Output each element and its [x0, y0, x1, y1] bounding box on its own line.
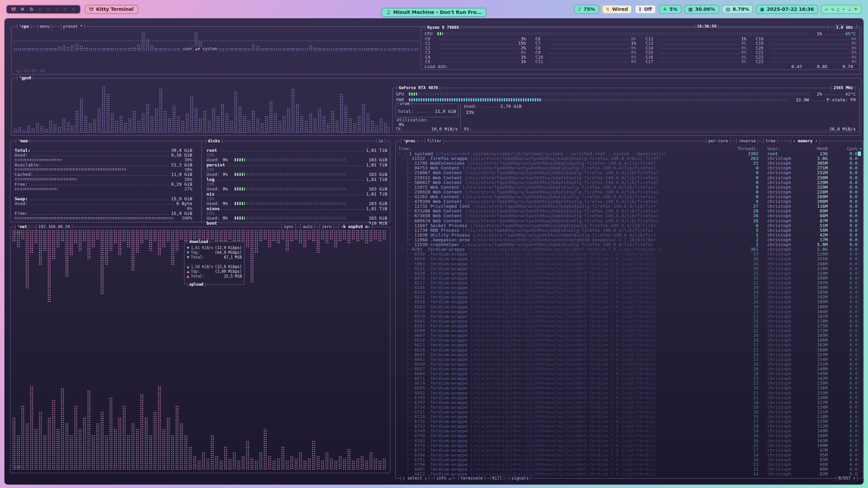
- process-row[interactable]: ├─ 41363 Web Content (/nix/store/fqadd0b…: [398, 195, 854, 199]
- module-cpu-load[interactable]: ♣5%: [659, 5, 682, 14]
- proc-action-signals[interactable]: signals: [510, 476, 531, 481]
- process-row[interactable]: ├─ 6585 .ferdium-wrappe (/nix/store/a1pj…: [398, 319, 854, 324]
- process-row[interactable]: ├─ 479390 Web Content (/nix/store/fqadd0…: [398, 199, 854, 204]
- process-row[interactable]: ├─ 6678 .ferdium-wrappe (/nix/store/a1pj…: [398, 381, 854, 386]
- process-row[interactable]: ├─ 94753 Web Content (/nix/store/fqadd0b…: [398, 166, 854, 170]
- process-row[interactable]: ├─ 6707 .ferdium-wrappe (/nix/store/a1pj…: [398, 400, 854, 405]
- process-row[interactable]: └─ 11539 crashhelper (/nix/store/fqadd0b…: [398, 242, 854, 247]
- process-row[interactable]: ├─ 6599 .ferdium-wrappe (/nix/store/a1pj…: [398, 328, 854, 333]
- process-row[interactable]: ├─ 218067 Web Content (/nix/store/fqadd0…: [398, 170, 854, 175]
- process-row[interactable]: ├─ 6742 .ferdium-wrappe (/nix/store/a1pj…: [398, 424, 854, 429]
- process-row[interactable]: ├─ 6749 .ferdium-wrappe (/nix/store/a1pj…: [398, 429, 854, 433]
- process-row[interactable]: ├─ 11972 Web Content (/nix/store/fqadd0b…: [398, 185, 854, 190]
- check-icon[interactable]: ✔: [825, 7, 829, 12]
- process-row[interactable]: ├─ 6563 .ferdium-wrappe (/nix/store/a1pj…: [398, 305, 854, 309]
- net-auto-toggle[interactable]: auto: [301, 224, 315, 229]
- workspace-square-icon[interactable]: ▫: [72, 7, 75, 12]
- refresh-icon[interactable]: ↻: [29, 7, 34, 12]
- module-bluetooth[interactable]: ᛒOff: [635, 5, 656, 14]
- wave-icon[interactable]: ∿: [831, 7, 834, 12]
- process-row[interactable]: ├─ 6756 .ferdium-wrappe (/nix/store/a1pj…: [398, 433, 854, 438]
- process-row[interactable]: ├─ 6551 .ferdium-wrappe (/nix/store/a1pj…: [398, 295, 854, 300]
- process-row[interactable]: ├─ 6511 .ferdium-wrappe (/nix/store/a1pj…: [398, 266, 854, 271]
- net-interface-switcher[interactable]: ‹b enp8s0 n›: [339, 224, 372, 229]
- module-network-wired[interactable]: ↯Wired: [602, 5, 632, 14]
- workspace-square-icon[interactable]: ▫: [64, 7, 67, 12]
- media-player[interactable]: ♫ Minuit Machine – Don't Run Fro...: [381, 8, 487, 17]
- process-row[interactable]: ├─ 5983 .ferdium-wrappe (/nix/store/a1pj…: [398, 262, 854, 266]
- process-row[interactable]: ├─ 6628 .ferdium-wrappe (/nix/store/a1pj…: [398, 348, 854, 352]
- module-memory[interactable]: ▦30.06%: [684, 5, 719, 14]
- process-row[interactable]: ├─ 6592 .ferdium-wrappe (/nix/store/a1pj…: [398, 324, 854, 328]
- proc-scrollbar-thumb[interactable]: [858, 151, 861, 156]
- workspace-square-icon[interactable]: ▫: [55, 7, 59, 12]
- process-row[interactable]: ├─ 6657 .ferdium-wrappe (/nix/store/a1pj…: [398, 367, 854, 371]
- process-row[interactable]: ├─ 6642 .ferdium-wrappe (/nix/store/a1pj…: [398, 357, 854, 362]
- module-disk[interactable]: ▤8.79%: [722, 5, 753, 14]
- process-row[interactable]: ├─ 6685 .ferdium-wrappe (/nix/store/a1pj…: [398, 386, 854, 390]
- proc-panel-title[interactable]: ⁴proc: [401, 139, 417, 144]
- proc-action-terminate[interactable]: terminate: [459, 476, 485, 481]
- clipboard-icon[interactable]: ▯: [837, 7, 839, 12]
- preset-button[interactable]: preset *: [61, 24, 85, 29]
- net-sync-toggle[interactable]: sync: [282, 224, 296, 229]
- proc-action-select[interactable]: ↑ select ↓: [400, 476, 429, 481]
- nix-snowflake-icon[interactable]: ❄: [21, 7, 25, 12]
- proc-tree-toggle[interactable]: tree: [764, 139, 777, 144]
- process-row[interactable]: ├─ 6543 .ferdium-wrappe (/nix/store/a1pj…: [398, 290, 854, 295]
- process-row[interactable]: ├─ 6558 .ferdium-wrappe (/nix/store/a1pj…: [398, 300, 854, 304]
- menu-button[interactable]: menu: [38, 24, 52, 29]
- mem-panel-title[interactable]: ²mem: [16, 139, 30, 144]
- workspace-square-icon[interactable]: ▫: [39, 7, 42, 12]
- key-icon[interactable]: ✦: [842, 7, 846, 12]
- proc-reverse-toggle[interactable]: reverse: [736, 139, 758, 144]
- process-row[interactable]: ├─ 6517 .ferdium-wrappe (/nix/store/a1pj…: [398, 281, 854, 285]
- process-row[interactable]: ├─ 6700 .ferdium-wrappe (/nix/store/a1pj…: [398, 395, 854, 400]
- net-zero-toggle[interactable]: zero: [320, 224, 334, 229]
- gpu-panel-title[interactable]: ⁵gpu0: [17, 76, 33, 81]
- net-panel-title[interactable]: ³net: [15, 224, 29, 229]
- process-row[interactable]: ├─ 6692 .ferdium-wrappe (/nix/store/a1pj…: [398, 391, 854, 395]
- process-row[interactable]: ├─ 6350 .ferdium-wrappe (/nix/store/a1pj…: [398, 252, 854, 257]
- process-row[interactable]: ├─ 6635 .ferdium-wrappe (/nix/store/a1pj…: [398, 352, 854, 357]
- disks-panel-title[interactable]: disks: [206, 139, 222, 144]
- proc-action-kill[interactable]: Kill: [490, 476, 504, 481]
- process-row[interactable]: ├─ 6714 .ferdium-wrappe (/nix/store/a1pj…: [398, 405, 854, 410]
- process-row[interactable]: ├─ 11732 Privileged Cont (/nix/store/fqa…: [398, 204, 854, 209]
- process-row[interactable]: ├─ 6649 .ferdium-wrappe (/nix/store/a1pj…: [398, 362, 854, 367]
- process-row[interactable]: ├─ 6791 .ferdium-wrappe (/nix/store/a1pj…: [398, 458, 854, 462]
- process-row[interactable]: ├─ 6770 .ferdium-wrappe (/nix/store/a1pj…: [398, 443, 854, 448]
- download-icon[interactable]: ⇣: [848, 7, 851, 12]
- process-row[interactable]: ├─ 11968 .keepassxc-prox (/nix/store/bsl…: [398, 238, 854, 242]
- process-row[interactable]: ├─ 6784 .ferdium-wrappe (/nix/store/a1pj…: [398, 453, 854, 458]
- process-row[interactable]: ├─ 6721 .ferdium-wrappe (/nix/store/a1pj…: [398, 410, 854, 414]
- process-row[interactable]: [-]─4783 .ferdium-wrappe (/nix/store/a1p…: [398, 247, 854, 252]
- proc-action-info[interactable]: info ↵: [434, 476, 453, 481]
- process-row[interactable]: ├─ 689674 Web Content (/nix/store/fqadd0…: [398, 219, 854, 223]
- process-row[interactable]: ├─ 6570 .ferdium-wrappe (/nix/store/a1pj…: [398, 309, 854, 314]
- process-row[interactable]: ├─ 6805 .ferdium-wrappe (/nix/store/a1pj…: [398, 467, 854, 472]
- process-row[interactable]: ├─ 6520 .ferdium-wrappe (/nix/store/a1pj…: [398, 271, 854, 276]
- module-volume[interactable]: ♪75%: [574, 5, 599, 14]
- cpu-panel-title[interactable]: ¹cpu: [17, 24, 31, 29]
- process-row[interactable]: ├─ 11607 Socket Process (/nix/store/fqad…: [398, 223, 854, 228]
- process-row[interactable]: ├─ 11795 WebExtensions (/nix/store/fqadd…: [398, 161, 854, 166]
- process-row[interactable]: ├─ 11839 Utility Process (/nix/store/fqa…: [398, 233, 854, 238]
- process-row[interactable]: ├─ 580017 Web Content (/nix/store/fqadd0…: [398, 180, 854, 185]
- scroll-up-arrow[interactable]: ↑: [860, 146, 862, 151]
- process-row[interactable]: ├─ 11739 RDD Process (/nix/store/fqadd0b…: [398, 228, 854, 233]
- proc-filter-button[interactable]: filter: [425, 139, 443, 144]
- cat-icon[interactable]: ᗢ: [12, 7, 16, 12]
- process-row[interactable]: ├─ 673038 Web Content (/nix/store/fqadd0…: [398, 214, 854, 218]
- process-row[interactable]: ├─ 6777 .ferdium-wrappe (/nix/store/a1pj…: [398, 448, 854, 453]
- disks-io-toggle[interactable]: io: [376, 139, 385, 144]
- process-row[interactable]: ├─ 6664 .ferdium-wrappe (/nix/store/a1pj…: [398, 371, 854, 376]
- bell-icon[interactable]: ⚑: [854, 7, 858, 12]
- process-row[interactable]: ├─ 6671 .ferdium-wrappe (/nix/store/a1pj…: [398, 376, 854, 381]
- process-row[interactable]: [-]─1 systemd (/run/current-system/syste…: [398, 151, 854, 156]
- process-row[interactable]: ├─ 220028 Web Content (/nix/store/fqadd0…: [398, 190, 854, 195]
- process-row[interactable]: ├─ 6578 .ferdium-wrappe (/nix/store/a1pj…: [398, 314, 854, 319]
- process-row[interactable]: ├─ 219152 Web Content (/nix/store/fqadd0…: [398, 176, 854, 180]
- workspace-square-icon[interactable]: ▫: [47, 7, 51, 12]
- process-row[interactable]: ├─ 6536 .ferdium-wrappe (/nix/store/a1pj…: [398, 285, 854, 290]
